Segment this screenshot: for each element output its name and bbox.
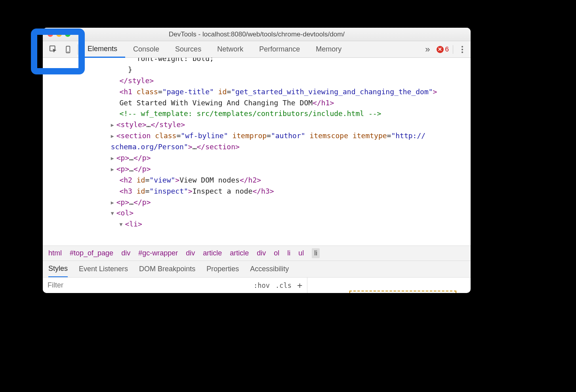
minimize-window-icon[interactable] xyxy=(56,31,62,37)
code-line[interactable]: ▶<p>…</p> xyxy=(43,164,471,175)
code-line[interactable]: <h1 class="page-title" id="get_started_w… xyxy=(43,86,471,97)
crumb-article[interactable]: article xyxy=(230,249,249,257)
code-line[interactable]: Get Started With Viewing And Changing Th… xyxy=(43,97,471,108)
crumb-div[interactable]: div xyxy=(186,249,195,257)
hov-toggle[interactable]: :hov xyxy=(254,282,270,289)
settings-menu-icon[interactable] xyxy=(457,46,467,53)
crumb-html[interactable]: html xyxy=(48,249,62,257)
error-count[interactable]: ✕ 6 xyxy=(437,46,449,53)
tab-elements[interactable]: Elements xyxy=(80,41,125,58)
crumb-gc-wrapper[interactable]: #gc-wrapper xyxy=(138,249,178,257)
cls-toggle[interactable]: .cls xyxy=(275,282,292,289)
code-line[interactable]: ▶<style>…</style> xyxy=(43,119,471,130)
window-title: DevTools - localhost:8080/web/tools/chro… xyxy=(169,30,345,38)
maximize-window-icon[interactable] xyxy=(65,31,71,37)
code-line[interactable]: <!-- wf_template: src/templates/contribu… xyxy=(43,108,471,119)
subtab-properties[interactable]: Properties xyxy=(206,265,239,273)
crumb-li-selected[interactable]: li xyxy=(312,248,320,258)
crumb-top-of-page[interactable]: #top_of_page xyxy=(70,249,113,257)
subtab-event-listeners[interactable]: Event Listeners xyxy=(79,265,128,273)
code-line[interactable]: ▶<section class="wf-byline" itemprop="au… xyxy=(43,130,471,141)
code-line[interactable]: </style> xyxy=(43,75,471,86)
error-icon: ✕ xyxy=(437,46,444,53)
styles-filter-input[interactable] xyxy=(43,278,249,293)
code-line[interactable]: <h3 id="inspect">Inspect a node</h3> xyxy=(43,186,471,197)
box-model-preview xyxy=(307,278,471,293)
close-window-icon[interactable] xyxy=(48,31,53,37)
separator xyxy=(78,44,78,55)
code-line[interactable]: ▶<p>…</p> xyxy=(43,152,471,164)
code-line[interactable]: ▼<li> xyxy=(43,219,471,230)
styles-tabbar: Styles Event Listeners DOM Breakpoints P… xyxy=(43,261,471,277)
separator xyxy=(453,45,453,54)
crumb-article[interactable]: article xyxy=(203,249,222,257)
crumb-ul[interactable]: ul xyxy=(298,249,304,257)
tab-performance[interactable]: Performance xyxy=(251,41,308,58)
device-toolbar-icon[interactable] xyxy=(61,42,76,57)
elements-panel[interactable]: font-weight: bold; } </style> <h1 class=… xyxy=(43,58,471,245)
code-line[interactable]: ▶<p>…</p> xyxy=(43,197,471,208)
styles-filter-bar: :hov .cls + xyxy=(43,277,471,293)
code-line[interactable]: font-weight: bold; xyxy=(43,58,471,64)
code-line[interactable]: } xyxy=(43,64,471,75)
tab-memory[interactable]: Memory xyxy=(308,41,349,58)
breadcrumb-bar: html #top_of_page div #gc-wrapper div ar… xyxy=(43,245,471,261)
crumb-div[interactable]: div xyxy=(121,249,130,257)
new-style-rule-icon[interactable]: + xyxy=(297,280,302,290)
devtools-window: DevTools - localhost:8080/web/tools/chro… xyxy=(43,28,471,293)
margin-outline xyxy=(349,291,456,293)
code-line[interactable]: ▼<ol> xyxy=(43,207,471,219)
code-line[interactable]: schema.org/Person">…</section> xyxy=(43,141,471,152)
crumb-div[interactable]: div xyxy=(257,249,266,257)
tabs-overflow-icon[interactable]: » xyxy=(423,44,432,55)
window-controls xyxy=(48,31,71,37)
inspect-element-icon[interactable] xyxy=(46,42,61,57)
tab-sources[interactable]: Sources xyxy=(167,41,209,58)
tab-network[interactable]: Network xyxy=(209,41,251,58)
subtab-styles[interactable]: Styles xyxy=(48,261,68,278)
subtab-dom-breakpoints[interactable]: DOM Breakpoints xyxy=(139,265,195,273)
crumb-li[interactable]: li xyxy=(287,249,290,257)
code-line[interactable]: <h2 id="view">View DOM nodes</h2> xyxy=(43,175,471,186)
titlebar: DevTools - localhost:8080/web/tools/chro… xyxy=(43,28,471,41)
subtab-accessibility[interactable]: Accessibility xyxy=(250,265,289,273)
main-toolbar: Elements Console Sources Network Perform… xyxy=(43,41,471,58)
crumb-ol[interactable]: ol xyxy=(274,249,279,257)
tab-console[interactable]: Console xyxy=(125,41,167,58)
error-count-value: 6 xyxy=(445,46,449,53)
